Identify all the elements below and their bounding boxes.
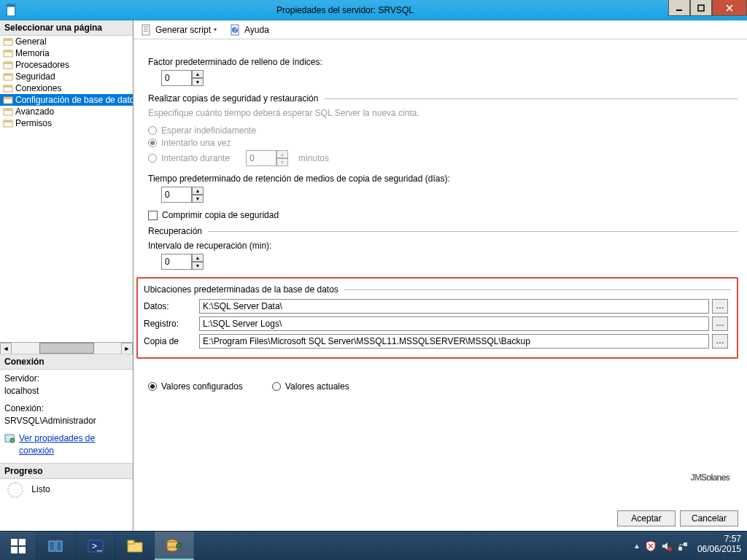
sidebar-item-label: Procesadores — [15, 60, 69, 70]
help-icon: ? — [230, 24, 241, 36]
svg-rect-33 — [56, 541, 62, 551]
spin-down-button[interactable]: ▼ — [192, 195, 204, 203]
taskbar-explorer[interactable] — [115, 532, 155, 560]
try-for-input — [246, 150, 276, 166]
sidebar-item-database-settings[interactable]: Configuración de base de datos — [0, 94, 133, 106]
fill-factor-spinner[interactable]: ▲▼ — [161, 70, 205, 86]
spin-up-button[interactable]: ▲ — [192, 70, 204, 78]
data-path-browse-button[interactable]: … — [712, 299, 728, 314]
sidebar-item-connections[interactable]: Conexiones — [0, 82, 133, 94]
svg-rect-32 — [49, 541, 55, 551]
svg-rect-30 — [11, 547, 18, 553]
svg-rect-15 — [4, 85, 12, 88]
locations-highlight: Ubicaciones predeterminadas de la base d… — [136, 277, 738, 359]
compress-backup-checkbox[interactable]: Comprimir copia de seguridad — [148, 210, 738, 220]
progress-value: Listo — [31, 485, 50, 495]
spin-down-button[interactable]: ▼ — [192, 262, 204, 270]
taskbar-clock[interactable]: 7:57 06/06/2015 — [694, 532, 747, 560]
sidebar-item-general[interactable]: General — [0, 36, 133, 47]
recovery-interval-label: Intervalo de recuperación (min): — [148, 241, 738, 251]
sidebar-item-label: Permisos — [15, 118, 52, 128]
running-values-radio[interactable]: Valores actuales — [272, 381, 349, 392]
locations-group-label: Ubicaciones predeterminadas de la base d… — [144, 284, 338, 295]
sidebar-item-memory[interactable]: Memoria — [0, 47, 133, 59]
progress-section: Listo — [0, 479, 133, 504]
log-path-browse-button[interactable]: … — [712, 316, 728, 331]
cancel-button[interactable]: Cancelar — [680, 510, 738, 526]
chevron-down-icon: ▾ — [214, 26, 220, 33]
taskbar-server-manager[interactable] — [36, 532, 76, 560]
sidebar-item-label: Conexiones — [15, 83, 61, 93]
spin-down-button[interactable]: ▼ — [192, 78, 204, 86]
svg-text:?: ? — [233, 24, 238, 34]
fill-factor-input[interactable] — [161, 70, 192, 86]
main-panel: Generar script ▾ ? Ayuda Factor predeter… — [133, 20, 747, 531]
tray-overflow-icon[interactable]: ▲ — [633, 542, 640, 550]
retention-spinner[interactable]: ▲▼ — [161, 187, 205, 203]
data-path-input[interactable] — [199, 299, 709, 314]
view-connection-properties-link[interactable]: Ver propiedades de conexión — [19, 432, 128, 458]
backup-path-browse-button[interactable]: … — [712, 334, 728, 349]
taskbar-powershell[interactable]: >_ — [76, 532, 115, 560]
data-path-label: Datos: — [144, 301, 196, 311]
sidebar-item-advanced[interactable]: Avanzado — [0, 106, 133, 117]
sidebar-header: Seleccionar una página — [0, 20, 133, 36]
tray-volume-icon[interactable] — [661, 540, 673, 552]
svg-rect-17 — [4, 97, 12, 99]
scroll-thumb[interactable] — [39, 343, 94, 354]
window-title: Propiedades del servidor: SRVSQL — [22, 5, 668, 15]
retention-input[interactable] — [161, 187, 192, 203]
close-button[interactable] — [712, 0, 747, 16]
svg-text:✕: ✕ — [647, 541, 654, 551]
app-icon — [4, 4, 18, 17]
minimize-button[interactable] — [668, 0, 690, 16]
recovery-group-label: Recuperación — [148, 226, 202, 236]
watermark: JMSolanes — [690, 461, 729, 486]
svg-rect-19 — [4, 109, 12, 111]
wait-indefinitely-radio: Esperar indefinidamente — [148, 125, 738, 136]
svg-point-23 — [10, 438, 15, 443]
sidebar-item-label: Avanzado — [15, 106, 54, 117]
maximize-button[interactable] — [690, 0, 712, 16]
svg-rect-3 — [698, 5, 704, 11]
sidebar-item-security[interactable]: Seguridad — [0, 71, 133, 82]
recovery-interval-spinner[interactable]: ▲▼ — [161, 254, 205, 270]
clock-date: 06/06/2015 — [697, 545, 741, 555]
progress-spinner-icon — [7, 482, 23, 498]
properties-icon — [4, 432, 16, 444]
generate-script-label: Generar script — [155, 25, 211, 35]
system-tray: ▲ ✕ — [627, 532, 694, 560]
start-button[interactable] — [0, 532, 36, 560]
recovery-interval-input[interactable] — [161, 254, 192, 270]
svg-rect-21 — [4, 120, 12, 122]
backup-hint: Especifique cuánto tiempo deberá esperar… — [148, 108, 738, 118]
try-for-spinner: ▲▼ — [246, 150, 290, 166]
server-value: localhost — [4, 385, 128, 397]
scroll-left-button[interactable]: ◄ — [0, 343, 12, 354]
svg-rect-37 — [128, 540, 134, 544]
backup-path-input[interactable] — [199, 334, 709, 349]
log-path-input[interactable] — [199, 316, 709, 331]
generate-script-button[interactable]: Generar script ▾ — [138, 23, 222, 37]
ok-button[interactable]: Aceptar — [617, 510, 676, 526]
sidebar-scrollbar[interactable]: ◄ ► — [0, 342, 133, 354]
scroll-right-button[interactable]: ► — [121, 343, 133, 354]
server-label: Servidor: — [4, 373, 128, 385]
sidebar-item-processors[interactable]: Procesadores — [0, 59, 133, 71]
help-button[interactable]: ? Ayuda — [227, 23, 272, 37]
svg-rect-28 — [11, 539, 18, 545]
tray-security-icon[interactable]: ✕ — [645, 540, 657, 552]
taskbar-ssms[interactable] — [155, 532, 194, 560]
sidebar-item-permissions[interactable]: Permisos — [0, 117, 133, 129]
tray-network-icon[interactable] — [677, 540, 689, 552]
sidebar-item-label: Memoria — [15, 48, 50, 58]
connection-section-header: Conexión — [0, 354, 133, 370]
svg-point-42 — [667, 547, 672, 551]
configured-values-radio[interactable]: Valores configurados — [148, 381, 243, 392]
progress-section-header: Progreso — [0, 463, 133, 479]
help-label: Ayuda — [244, 25, 269, 35]
scroll-track[interactable] — [12, 343, 121, 354]
spin-up-button[interactable]: ▲ — [192, 254, 204, 262]
sidebar-tree: General Memoria Procesadores Seguridad C… — [0, 36, 133, 342]
spin-up-button[interactable]: ▲ — [192, 187, 204, 195]
